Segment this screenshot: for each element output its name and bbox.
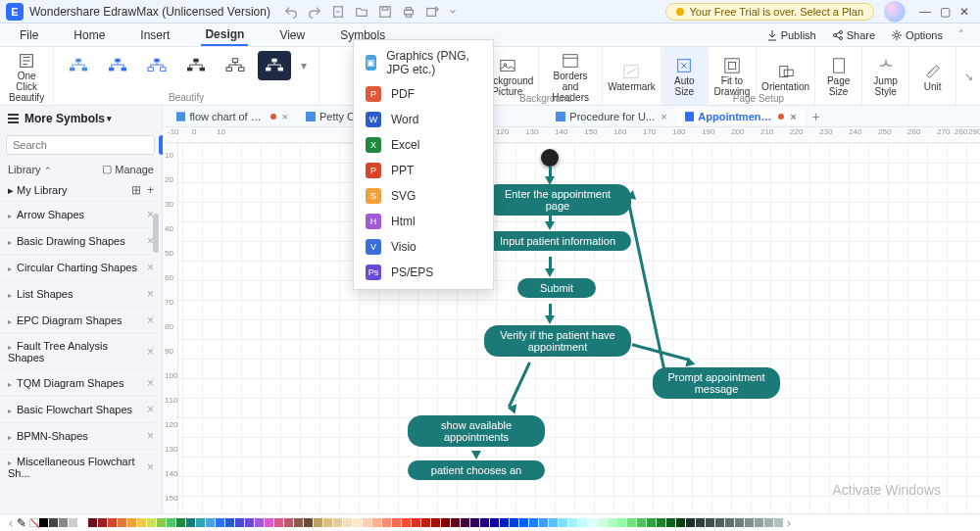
color-swatch[interactable] bbox=[225, 518, 234, 527]
export-graphics[interactable]: ▣Graphics (PNG, JPG etc.) bbox=[354, 44, 493, 81]
add-tab-button[interactable]: + bbox=[807, 109, 826, 124]
export-ppt[interactable]: PPPT bbox=[354, 158, 493, 183]
color-swatch[interactable] bbox=[167, 518, 175, 527]
color-swatch[interactable] bbox=[725, 518, 734, 527]
close-icon[interactable]: × bbox=[147, 376, 154, 390]
color-swatch[interactable] bbox=[343, 518, 352, 527]
color-swatch[interactable] bbox=[657, 518, 665, 527]
my-library[interactable]: ▸ My Library bbox=[8, 184, 67, 197]
color-swatch[interactable] bbox=[372, 518, 381, 527]
color-swatch[interactable] bbox=[69, 518, 77, 527]
category-item[interactable]: ▸Fault Tree Analysis Shapes× bbox=[0, 333, 162, 369]
scrollbar[interactable] bbox=[153, 214, 159, 253]
library-label[interactable]: Library ⌃ bbox=[8, 164, 52, 175]
close-icon[interactable]: × bbox=[790, 111, 796, 122]
flow-enter[interactable]: Enter the appointment page bbox=[484, 184, 631, 216]
export-excel[interactable]: XExcel bbox=[354, 132, 493, 158]
color-swatch[interactable] bbox=[98, 518, 107, 527]
color-swatch[interactable] bbox=[431, 518, 440, 527]
color-swatch[interactable] bbox=[196, 518, 205, 527]
color-swatch[interactable] bbox=[735, 518, 744, 527]
color-swatch[interactable] bbox=[441, 518, 450, 527]
theme-3-button[interactable] bbox=[140, 51, 173, 80]
color-swatch[interactable] bbox=[578, 518, 587, 527]
trial-banner[interactable]: Your Free Trial is over. Select a Plan bbox=[665, 3, 874, 21]
color-swatch[interactable] bbox=[549, 518, 558, 527]
close-icon[interactable]: × bbox=[147, 261, 154, 274]
color-swatch[interactable] bbox=[206, 518, 215, 527]
color-swatch[interactable] bbox=[78, 518, 87, 527]
color-swatch[interactable] bbox=[157, 518, 166, 527]
color-swatch[interactable] bbox=[284, 518, 293, 527]
color-swatch[interactable] bbox=[490, 518, 499, 527]
chevron-down-icon[interactable] bbox=[449, 5, 457, 19]
color-swatch[interactable] bbox=[539, 518, 548, 527]
category-item[interactable]: ▸Arrow Shapes× bbox=[0, 201, 162, 227]
one-click-beautify-button[interactable]: One Click Beautify bbox=[0, 47, 54, 105]
canvas[interactable]: 102030405060708090100110120130140150 Ent… bbox=[163, 143, 980, 513]
color-swatch[interactable] bbox=[294, 518, 303, 527]
color-swatch[interactable] bbox=[529, 518, 538, 527]
tab-procedure[interactable]: Procedure for U...× bbox=[548, 109, 674, 124]
flow-prompt[interactable]: Prompt appointment message bbox=[653, 367, 780, 399]
close-icon[interactable]: ✕ bbox=[955, 5, 974, 19]
theme-6-button[interactable] bbox=[258, 51, 291, 80]
print-icon[interactable] bbox=[402, 5, 416, 19]
tab-flowchart[interactable]: flow chart of pa...× bbox=[169, 109, 296, 124]
menu-design[interactable]: Design bbox=[201, 24, 248, 46]
flow-choose[interactable]: patient chooses an bbox=[408, 460, 545, 480]
flow-input[interactable]: Input patient information bbox=[484, 231, 631, 251]
palette-left-icon[interactable]: ‹ bbox=[6, 516, 16, 530]
more-symbols-header[interactable]: More Symbols▾ bbox=[0, 106, 162, 131]
color-swatch[interactable] bbox=[382, 518, 391, 527]
color-swatch[interactable] bbox=[686, 518, 695, 527]
close-icon[interactable]: × bbox=[147, 314, 154, 327]
theme-more-button[interactable]: ▾ bbox=[297, 51, 311, 80]
color-swatch[interactable] bbox=[265, 518, 273, 527]
color-swatch[interactable] bbox=[568, 518, 577, 527]
flow-show[interactable]: show available appointments bbox=[408, 415, 545, 447]
color-swatch[interactable] bbox=[402, 518, 411, 527]
color-swatch[interactable] bbox=[451, 518, 460, 527]
category-item[interactable]: ▸Circular Charting Shapes× bbox=[0, 254, 162, 280]
color-swatch[interactable] bbox=[617, 518, 626, 527]
close-icon[interactable]: × bbox=[147, 287, 154, 301]
color-swatch[interactable] bbox=[147, 518, 156, 527]
color-swatch[interactable] bbox=[519, 518, 528, 527]
category-item[interactable]: ▸List Shapes× bbox=[0, 280, 162, 307]
close-icon[interactable]: × bbox=[282, 111, 288, 122]
color-swatch[interactable] bbox=[480, 518, 489, 527]
color-swatch[interactable] bbox=[706, 518, 714, 527]
flow-start[interactable] bbox=[541, 149, 559, 167]
color-swatch[interactable] bbox=[745, 518, 754, 527]
swatch-none[interactable] bbox=[29, 518, 38, 527]
color-swatch[interactable] bbox=[588, 518, 597, 527]
color-swatch[interactable] bbox=[421, 518, 430, 527]
export-word[interactable]: WWord bbox=[354, 107, 493, 132]
category-item[interactable]: ▸Miscellaneous Flowchart Sh...× bbox=[0, 449, 162, 485]
watermark-button[interactable]: Watermark bbox=[603, 47, 662, 105]
color-swatch[interactable] bbox=[666, 518, 675, 527]
theme-2-button[interactable] bbox=[101, 51, 134, 80]
close-icon[interactable]: × bbox=[147, 429, 154, 443]
jump-style-button[interactable]: Jump Style bbox=[862, 47, 909, 105]
redo-icon[interactable] bbox=[308, 5, 321, 19]
color-swatch[interactable] bbox=[88, 518, 97, 527]
share-button[interactable]: Share bbox=[832, 29, 875, 41]
close-icon[interactable]: × bbox=[661, 111, 666, 122]
collapse-ribbon-icon[interactable]: ˄ bbox=[958, 28, 964, 41]
color-swatch[interactable] bbox=[676, 518, 685, 527]
page-size-button[interactable]: Page Size bbox=[815, 47, 862, 105]
menu-insert[interactable]: Insert bbox=[136, 25, 173, 45]
close-icon[interactable]: × bbox=[147, 460, 154, 474]
color-swatch[interactable] bbox=[608, 518, 616, 527]
color-swatch[interactable] bbox=[255, 518, 264, 527]
palette-eyedropper-icon[interactable]: ✎ bbox=[17, 516, 28, 530]
color-swatch[interactable] bbox=[696, 518, 705, 527]
export-html[interactable]: HHtml bbox=[354, 209, 493, 234]
manage-button[interactable]: ▢ Manage bbox=[102, 163, 154, 175]
unit-button[interactable]: Unit bbox=[909, 47, 956, 105]
menu-home[interactable]: Home bbox=[70, 25, 109, 45]
auto-size-button[interactable]: Auto Size bbox=[662, 47, 709, 105]
color-swatch[interactable] bbox=[216, 518, 224, 527]
